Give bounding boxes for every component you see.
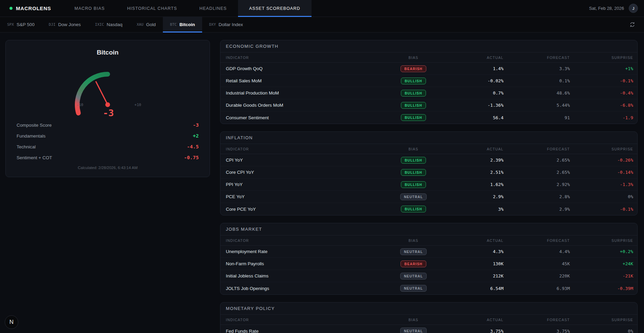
nav-tab-headlines[interactable]: HEADLINES <box>188 0 238 17</box>
row-gdp-growth-qoq: GDP Growth QoQ BEARISH 1.4% 3.3% +1% <box>220 63 637 75</box>
section-title: ECONOMIC GROWTH <box>220 40 637 53</box>
surprise-value: -0.1% <box>570 78 633 83</box>
column-header-actual: ACTUAL <box>445 318 503 322</box>
score-value: -0.75 <box>184 155 199 160</box>
column-header-actual: ACTUAL <box>445 238 503 243</box>
indicator-label: Non-Farm Payrolls <box>226 261 382 266</box>
surprise-value: 0% <box>570 194 633 199</box>
calculated-timestamp: Calculated: 2/28/2026, 6:43:14 AM <box>17 166 199 170</box>
section-monetary-policy: MONETARY POLICY INDICATOR BIAS ACTUAL FO… <box>220 302 638 333</box>
asset-tab-dollar-index[interactable]: DXY Dollar Index <box>202 17 250 32</box>
gauge-arc <box>77 74 108 113</box>
row-non-farm-payrolls: Non-Farm Payrolls BEARISH 130K 45K +24K <box>220 258 637 270</box>
brand-name: MACROLENS <box>16 5 51 11</box>
indicator-label: Core PCE YoY <box>226 207 382 212</box>
asset-tab-bar: SPX S&P 500 DJI Dow Jones IXIC Nasdaq XA… <box>0 17 644 33</box>
indicator-label: CPI YoY <box>226 158 382 163</box>
gauge-min-label: -10 <box>77 103 83 107</box>
indicator-label: Consumer Sentiment <box>226 115 382 120</box>
column-header-surprise: SURPRISE <box>570 318 633 322</box>
surprise-value: +0.2% <box>570 249 633 254</box>
bias-badge: BULLISH <box>401 90 426 97</box>
asset-tab-nasdaq[interactable]: IXIC Nasdaq <box>88 17 130 32</box>
row-core-pce-yoy: Core PCE YoY BULLISH 3% 2.9% -0.1% <box>220 203 637 215</box>
column-header-bias: BIAS <box>382 238 445 243</box>
section-inflation: INFLATION INDICATOR BIAS ACTUAL FORECAST… <box>220 131 638 215</box>
bias-badge: NEUTRAL <box>400 328 427 333</box>
actual-value: 3% <box>445 207 503 212</box>
nav-tab-macro-bias[interactable]: MACRO BIAS <box>63 0 116 17</box>
asset-name: Bitcoin <box>179 22 195 27</box>
row-unemployment-rate: Unemployment Rate NEUTRAL 4.3% 4.4% +0.2… <box>220 246 637 258</box>
gauge-pivot <box>105 102 110 107</box>
gauge-max-label: +10 <box>134 103 141 107</box>
indicator-label: Industrial Production MoM <box>226 90 382 96</box>
asset-name: S&P 500 <box>17 22 35 27</box>
actual-value: -1.36% <box>445 103 503 108</box>
bias-badge: BULLISH <box>401 157 426 164</box>
forecast-value: 3.75% <box>503 329 570 333</box>
asset-ticker: BTC <box>170 22 177 27</box>
surprise-value: -0.4% <box>570 90 633 96</box>
section-economic-growth: ECONOMIC GROWTH INDICATOR BIAS ACTUAL FO… <box>220 40 638 124</box>
row-ppi-yoy: PPI YoY BULLISH 1.62% 2.92% -1.3% <box>220 179 637 191</box>
surprise-value: -1.9 <box>570 115 633 120</box>
section-title: JOBS MARKET <box>220 223 637 235</box>
column-header-indicator: INDICATOR <box>226 318 382 322</box>
user-avatar[interactable]: J <box>629 4 638 13</box>
nextjs-dev-button[interactable]: N <box>5 315 18 329</box>
surprise-value: -1.3% <box>570 182 633 187</box>
table-body: Fed Funds Rate NEUTRAL 3.75% 3.75% 0% <box>220 325 637 333</box>
score-label: Technical <box>17 144 36 149</box>
nav-tab-historical-charts[interactable]: HISTORICAL CHARTS <box>116 0 188 17</box>
bias-badge: NEUTRAL <box>400 285 427 292</box>
column-header-bias: BIAS <box>382 318 445 322</box>
refresh-icon <box>629 22 635 27</box>
indicator-label: JOLTS Job Openings <box>226 286 382 291</box>
column-header-surprise: SURPRISE <box>570 238 633 243</box>
asset-ticker: SPX <box>7 22 14 27</box>
score-value: -4.5 <box>187 144 199 149</box>
indicator-label: PPI YoY <box>226 182 382 187</box>
forecast-value: 2.8% <box>503 194 570 199</box>
row-jolts-job-openings: JOLTS Job Openings NEUTRAL 6.54M 6.93M -… <box>220 282 637 294</box>
actual-value: 1.62% <box>445 182 503 187</box>
nav-tab-asset-scoreboard[interactable]: ASSET SCOREBOARD <box>238 0 312 17</box>
asset-tab-dow-jones[interactable]: DJI Dow Jones <box>42 17 88 32</box>
top-tab-label: HISTORICAL CHARTS <box>127 6 177 11</box>
actual-value: 4.3% <box>445 249 503 254</box>
surprise-value: -0.14% <box>570 170 633 175</box>
asset-tab-s-p-500[interactable]: SPX S&P 500 <box>0 17 42 32</box>
asset-gauge-card: Bitcoin -10 +10 -3 Composi <box>5 40 210 177</box>
actual-value: 2.51% <box>445 170 503 175</box>
row-retail-sales-mom: Retail Sales MoM BULLISH -0.02% 0.1% -0.… <box>220 75 637 87</box>
asset-name: Dollar Index <box>219 22 243 27</box>
actual-value: -0.02% <box>445 78 503 83</box>
refresh-button[interactable] <box>628 20 637 29</box>
forecast-value: 3.3% <box>503 66 570 71</box>
gauge-value: -3 <box>103 108 114 118</box>
score-label: Composite Score <box>17 123 52 128</box>
top-tab-label: MACRO BIAS <box>74 6 105 11</box>
surprise-value: -0.1% <box>570 207 633 212</box>
row-cpi-yoy: CPI YoY BULLISH 2.39% 2.65% -0.26% <box>220 154 637 166</box>
actual-value: 130K <box>445 261 503 266</box>
bias-badge: NEUTRAL <box>400 248 427 255</box>
forecast-value: 2.65% <box>503 158 570 163</box>
forecast-value: 220K <box>503 273 570 278</box>
top-tab-label: ASSET SCOREBOARD <box>249 6 300 11</box>
asset-tab-bitcoin[interactable]: BTC Bitcoin <box>163 17 202 32</box>
current-date: Sat, Feb 28, 2026 <box>589 6 624 11</box>
asset-tab-gold[interactable]: XAU Gold <box>130 17 163 32</box>
column-header-indicator: INDICATOR <box>226 56 382 60</box>
section-title: INFLATION <box>220 132 637 144</box>
column-header-bias: BIAS <box>382 56 445 60</box>
gauge-needle <box>96 82 108 105</box>
top-tab-label: HEADLINES <box>199 6 227 11</box>
column-header-forecast: FORECAST <box>503 318 570 322</box>
top-nav: MACROLENS MACRO BIASHISTORICAL CHARTSHEA… <box>0 0 644 17</box>
brand: MACROLENS <box>0 0 63 17</box>
composite-score-gauge: -10 +10 -3 <box>57 61 158 118</box>
score-row-fundamentals: Fundamentals +2 <box>17 130 199 141</box>
indicator-label: Retail Sales MoM <box>226 78 382 83</box>
